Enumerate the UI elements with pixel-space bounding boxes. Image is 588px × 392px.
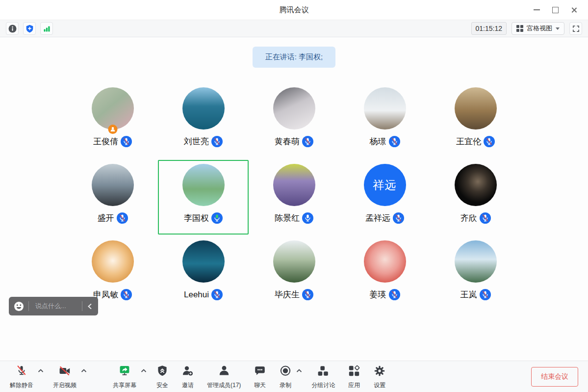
record-label: 录制 [280,381,291,390]
participant-name-row: Leehui [184,289,223,300]
chat-input[interactable]: 说点什么... [33,302,77,311]
mic-status-icon[interactable] [117,212,128,224]
view-layout-dropdown[interactable]: 宫格视图 [511,22,564,35]
apps-button[interactable]: 应用 [344,364,364,390]
mic-status-icon[interactable] [480,212,491,224]
apps-icon [348,365,360,379]
participant-name-row: 杨璟 [370,136,400,147]
end-meeting-button[interactable]: 结束会议 [531,367,578,387]
avatar [364,87,406,130]
chevron-down-icon [556,27,560,30]
participant-tile[interactable]: 齐欣 [430,160,521,235]
breakout-icon [317,365,330,379]
participant-name: Leehui [184,290,209,300]
divider [82,301,82,311]
participant-tile[interactable]: 盛开 [67,160,158,235]
record-button[interactable]: 录制 [275,364,296,390]
participant-name: 孟祥远 [365,212,390,224]
participant-tile[interactable]: 刘世亮 [158,83,249,158]
settings-button[interactable]: 设置 [369,364,390,390]
close-button[interactable] [564,0,583,20]
invite-label: 邀请 [182,381,194,390]
participant-tile[interactable]: 祥远孟祥远 [339,160,430,235]
share-screen-button[interactable]: 共享屏幕 [109,364,140,390]
participant-name: 齐欣 [460,212,477,224]
participant-tile[interactable]: 毕庆生 [249,236,339,311]
avatar [182,240,225,283]
unmute-button[interactable]: 解除静音 [6,364,37,390]
unmute-options-chevron[interactable] [37,368,44,373]
participant-name-row: 齐欣 [460,212,491,224]
mic-status-icon[interactable] [302,136,313,147]
start-video-options-chevron[interactable] [80,368,87,373]
avatar [273,87,315,130]
bottom-toolbar: 解除静音开启视频共享屏幕安全邀请管理成员(17)聊天录制分组讨论应用设置 结束会… [0,361,588,392]
minimize-button[interactable] [527,0,546,20]
share-screen-options-chevron[interactable] [140,368,147,373]
mic-status-icon[interactable] [389,289,400,300]
start-video-button[interactable]: 开启视频 [49,364,80,390]
mic-status-icon[interactable] [302,212,313,224]
participant-tile[interactable]: 王俊倩 [67,83,158,158]
mic-status-icon[interactable] [211,289,223,300]
participant-tile[interactable]: 姜瑛 [339,236,430,311]
record-options-chevron[interactable] [296,368,303,373]
mic-status-icon[interactable] [211,212,223,224]
quick-chat-bar: 说点什么... [9,297,98,315]
unmute-group: 解除静音 [6,364,44,390]
avatar [273,240,315,283]
participant-name-row: 毕庆生 [275,289,313,300]
shield-icon [156,365,169,379]
members-group: 管理成员(17) [203,364,245,390]
participant-name-row: 姜瑛 [370,289,400,300]
mic-status-icon[interactable] [484,136,495,147]
participant-tile[interactable]: 黄春萌 [249,83,339,158]
breakout-button[interactable]: 分组讨论 [307,364,339,390]
participant-tile[interactable]: 李国权 [158,160,249,235]
mic-status-icon[interactable] [389,136,400,147]
participant-tile[interactable]: 王宜伦 [430,83,521,158]
participant-name-row: 王岚 [460,289,491,300]
network-stats-button[interactable] [40,22,53,35]
mic-status-icon[interactable] [121,136,132,147]
members-button[interactable]: 管理成员(17) [203,364,245,390]
settings-label: 设置 [374,381,385,390]
participant-grid: 王俊倩刘世亮黄春萌杨璟王宜伦盛开李国权陈景红祥远孟祥远齐欣申凤敏Leehui毕庆… [67,83,521,311]
avatar [182,164,225,206]
avatar [455,240,497,283]
meeting-info-button[interactable] [6,22,19,35]
unmute-label: 解除静音 [10,381,33,390]
mic-off-icon [15,365,28,379]
maximize-icon [552,7,559,13]
participant-name-row: 申凤敏 [93,289,132,300]
participant-tile[interactable]: 陈景红 [249,160,339,235]
mic-status-icon[interactable] [211,136,223,147]
chat-button[interactable]: 聊天 [250,364,270,390]
divider [28,301,29,311]
participant-name: 盛开 [98,212,114,224]
mic-status-icon[interactable] [302,289,313,300]
participant-name: 李国权 [184,212,209,224]
mic-status-icon[interactable] [393,212,404,224]
participant-tile[interactable]: 王岚 [430,236,521,311]
participant-name: 黄春萌 [275,136,300,147]
security-level-button[interactable] [23,22,36,35]
start-video-group: 开启视频 [49,364,87,390]
avatar [455,87,497,130]
window-title: 腾讯会议 [280,5,309,15]
maximize-button[interactable] [546,0,564,20]
active-speaker-banner: 正在讲话: 李国权; [253,47,336,68]
participant-tile[interactable]: Leehui [158,236,249,311]
emoji-icon[interactable] [14,301,24,312]
avatar [92,164,134,206]
security-button[interactable]: 安全 [152,364,173,390]
participant-tile[interactable]: 杨璟 [339,83,430,158]
participant-name-row: 盛开 [98,212,128,224]
collapse-chat-icon[interactable] [87,303,93,310]
chat-icon [254,365,266,379]
top-toolbar-left [6,22,53,35]
mic-status-icon[interactable] [121,289,132,300]
fullscreen-button[interactable] [569,22,582,35]
invite-button[interactable]: 邀请 [178,364,198,390]
mic-status-icon[interactable] [480,289,491,300]
